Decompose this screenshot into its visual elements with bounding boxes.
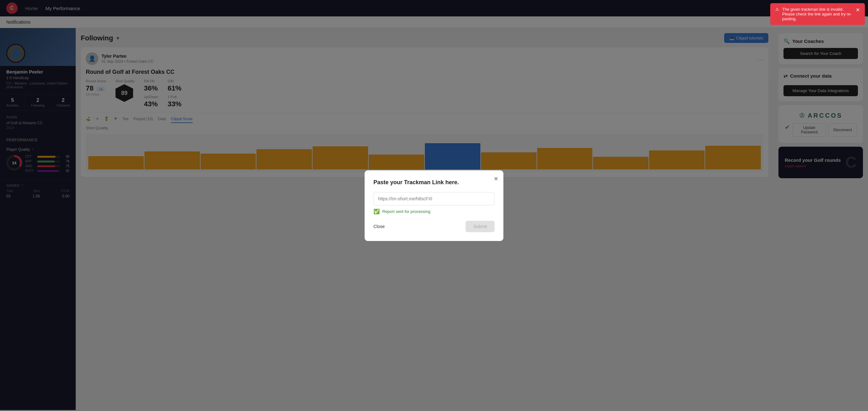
error-banner: ⚠ The given trackman link is invalid. Pl… — [770, 3, 865, 25]
trackman-modal: ✕ Paste your Trackman Link here. ✅ Repor… — [365, 170, 503, 241]
modal-title: Paste your Trackman Link here. — [373, 179, 495, 186]
error-close-button[interactable]: ✕ — [856, 7, 860, 13]
error-message: The given trackman link is invalid. Plea… — [782, 7, 852, 21]
modal-submit-button[interactable]: Submit — [466, 221, 495, 232]
success-check-icon: ✅ — [373, 209, 380, 215]
modal-close-x-button[interactable]: ✕ — [494, 176, 498, 182]
modal-success-message: ✅ Report sent for processing — [373, 209, 495, 215]
warning-icon: ⚠ — [775, 7, 779, 12]
modal-overlay: ✕ Paste your Trackman Link here. ✅ Repor… — [0, 0, 868, 410]
success-text: Report sent for processing — [382, 209, 430, 214]
modal-close-button[interactable]: Close — [373, 224, 385, 229]
modal-footer: Close Submit — [373, 221, 495, 232]
trackman-link-input[interactable] — [373, 192, 495, 205]
